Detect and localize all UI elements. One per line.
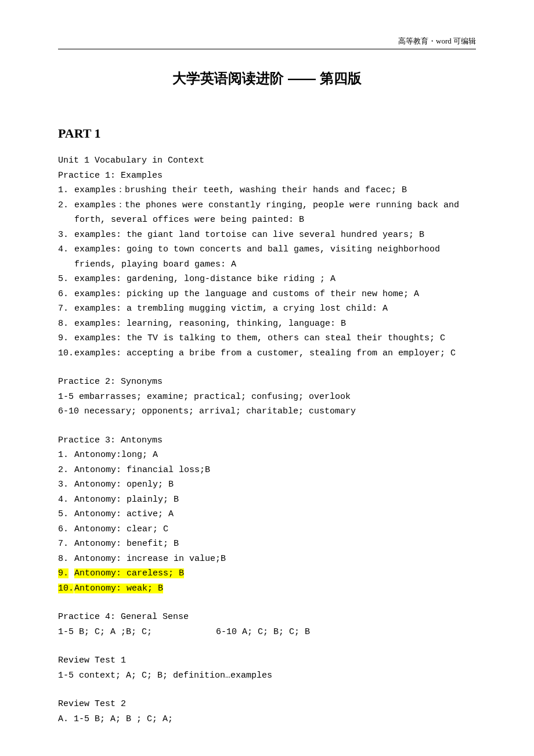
- list-item: 5.examples: gardening, long-distance bik…: [58, 272, 476, 287]
- practice-1-section: Practice 1: Examples 1.examples：brushing…: [58, 168, 476, 361]
- item-number: 3.: [58, 477, 74, 492]
- list-item: 9.Antonomy: careless; B: [58, 566, 476, 581]
- item-number: 7.: [58, 301, 74, 316]
- page-header: 高等教育・word 可编辑: [58, 35, 476, 48]
- item-text: Antonomy: financial loss;B: [74, 463, 476, 478]
- practice-3-heading: Practice 3: Antonyms: [58, 433, 476, 448]
- list-item: 4.examples: going to town concerts and b…: [58, 242, 476, 272]
- practice-2-section: Practice 2: Synonyms 1-5 embarrasses; ex…: [58, 375, 476, 419]
- part-heading: PART 1: [58, 123, 476, 144]
- item-number: 1.: [58, 183, 74, 198]
- item-text: examples：the phones were constantly ring…: [74, 198, 476, 228]
- list-item: 10.Antonomy: weak; B: [58, 581, 476, 596]
- item-number: 9.: [58, 566, 74, 581]
- item-text: examples: learning, reasoning, thinking,…: [74, 316, 476, 332]
- list-item: 9.examples: the TV is talking to them, o…: [58, 331, 476, 346]
- unit-line: Unit 1 Vocabulary in Context: [58, 153, 476, 168]
- item-number: 7.: [58, 537, 74, 552]
- practice-2-line-2: 6-10 necessary; opponents; arrival; char…: [58, 404, 476, 419]
- list-item: 2.examples：the phones were constantly ri…: [58, 198, 476, 228]
- review-test-2-line: A. 1-5 B; A; B ; C; A;: [58, 712, 476, 727]
- list-item: 8.examples: learning, reasoning, thinkin…: [58, 316, 476, 332]
- item-number: 2.: [58, 198, 74, 213]
- item-number: 4.: [58, 492, 74, 507]
- practice-2-line-1: 1-5 embarrasses; examine; practical; con…: [58, 390, 476, 405]
- practice-2-heading: Practice 2: Synonyms: [58, 375, 476, 390]
- review-test-2-heading: Review Test 2: [58, 697, 476, 712]
- list-item: 5.Antonomy: active; A: [58, 507, 476, 522]
- item-text: Antonomy: openly; B: [74, 477, 476, 492]
- practice-4-heading: Practice 4: General Sense: [58, 610, 476, 625]
- document-title: 大学英语阅读进阶 —— 第四版: [58, 67, 476, 91]
- practice-3-list: 1.Antonomy:long; A2.Antonomy: financial …: [58, 448, 476, 596]
- item-text: Antonomy: careless; B: [74, 566, 476, 581]
- item-text: Antonomy: increase in value;B: [74, 552, 476, 567]
- item-number: 10.: [58, 346, 74, 361]
- review-test-1-section: Review Test 1 1-5 context; A; C; B; defi…: [58, 653, 476, 683]
- item-number: 2.: [58, 463, 74, 478]
- list-item: 4.Antonomy: plainly; B: [58, 492, 476, 507]
- item-number: 1.: [58, 448, 74, 463]
- item-number: 6.: [58, 287, 74, 302]
- item-text: Antonomy: plainly; B: [74, 492, 476, 507]
- header-word: word: [436, 37, 452, 45]
- item-text: examples: the TV is talking to them, oth…: [74, 331, 476, 346]
- item-number: 8.: [58, 552, 74, 567]
- item-text: Antonomy: clear; C: [74, 522, 476, 537]
- list-item: 8.Antonomy: increase in value;B: [58, 552, 476, 567]
- list-item: 2.Antonomy: financial loss;B: [58, 463, 476, 478]
- practice-3-section: Practice 3: Antonyms 1.Antonomy:long; A2…: [58, 433, 476, 596]
- item-text: examples: the giant land tortoise can li…: [74, 228, 476, 243]
- review-test-1-line: 1-5 context; A; C; B; definition…example…: [58, 668, 476, 683]
- list-item: 6.Antonomy: clear; C: [58, 522, 476, 537]
- list-item: 7.Antonomy: benefit; B: [58, 537, 476, 552]
- item-text: examples：brushing their teeth, washing t…: [74, 183, 476, 198]
- list-item: 1.Antonomy:long; A: [58, 448, 476, 463]
- item-number: 8.: [58, 316, 74, 332]
- item-number: 6.: [58, 522, 74, 537]
- header-divider: [58, 49, 476, 49]
- item-number: 4.: [58, 242, 74, 257]
- item-text: Antonomy: active; A: [74, 507, 476, 522]
- item-text: examples: gardening, long-distance bike …: [74, 272, 476, 287]
- practice-1-heading: Practice 1: Examples: [58, 168, 476, 183]
- item-text: Antonomy:long; A: [74, 448, 476, 463]
- item-number: 5.: [58, 272, 74, 287]
- item-text: examples: a trembling mugging victim, a …: [74, 301, 476, 316]
- header-editable: 可编辑: [452, 37, 476, 45]
- list-item: 1.examples：brushing their teeth, washing…: [58, 183, 476, 198]
- item-text: examples: going to town concerts and bal…: [74, 242, 476, 272]
- practice-1-list: 1.examples：brushing their teeth, washing…: [58, 183, 476, 361]
- item-text: examples: picking up the language and cu…: [74, 287, 476, 302]
- practice-4-left: 1-5 B; C; A ;B; C;: [58, 627, 152, 637]
- item-number: 3.: [58, 228, 74, 243]
- item-number: 5.: [58, 507, 74, 522]
- review-test-2-section: Review Test 2 A. 1-5 B; A; B ; C; A;: [58, 697, 476, 726]
- list-item: 3.examples: the giant land tortoise can …: [58, 228, 476, 243]
- review-test-1-heading: Review Test 1: [58, 653, 476, 668]
- list-item: 10.examples: accepting a bribe from a cu…: [58, 346, 476, 361]
- practice-4-answers: 1-5 B; C; A ;B; C;6-10 A; C; B; C; B: [58, 625, 476, 640]
- list-item: 6.examples: picking up the language and …: [58, 287, 476, 302]
- item-text: Antonomy: weak; B: [74, 581, 476, 596]
- item-number: 9.: [58, 331, 74, 346]
- item-text: Antonomy: benefit; B: [74, 537, 476, 552]
- item-text: examples: accepting a bribe from a custo…: [74, 346, 476, 361]
- practice-4-section: Practice 4: General Sense 1-5 B; C; A ;B…: [58, 610, 476, 639]
- list-item: 3.Antonomy: openly; B: [58, 477, 476, 492]
- list-item: 7.examples: a trembling mugging victim, …: [58, 301, 476, 316]
- item-number: 10.: [58, 581, 74, 596]
- header-cn: 高等教育・: [398, 37, 436, 45]
- practice-4-right: 6-10 A; C; B; C; B: [216, 627, 310, 637]
